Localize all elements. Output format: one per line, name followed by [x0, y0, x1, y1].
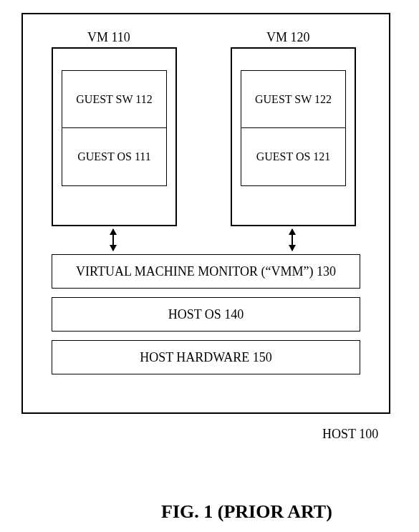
arrow-vm1: [112, 229, 114, 251]
vmm-box: VIRTUAL MACHINE MONITOR (“VMM”) 130: [52, 254, 360, 289]
vm2-box: GUEST SW 122 GUEST OS 121: [231, 47, 356, 226]
host-hw-box: HOST HARDWARE 150: [52, 340, 360, 374]
vm1-box: GUEST SW 112 GUEST OS 111: [52, 47, 177, 226]
vm2-guest-os: GUEST OS 121: [241, 128, 345, 185]
vm2-label: VM 120: [266, 30, 310, 45]
host-label: HOST 100: [322, 427, 378, 442]
arrow-vm2: [292, 229, 293, 251]
vm1-guest-sw: GUEST SW 112: [62, 71, 166, 128]
host-os-box: HOST OS 140: [52, 297, 360, 332]
figure-label: FIG. 1 (PRIOR ART): [161, 501, 332, 523]
vm2-inner: GUEST SW 122 GUEST OS 121: [241, 70, 346, 186]
vm2-guest-sw: GUEST SW 122: [241, 71, 345, 128]
vm1-inner: GUEST SW 112 GUEST OS 111: [62, 70, 167, 186]
vm1-label: VM 110: [87, 30, 130, 45]
vm1-guest-os: GUEST OS 111: [62, 128, 166, 185]
host-box: VM 110 GUEST SW 112 GUEST OS 111 VM 120 …: [21, 13, 390, 414]
